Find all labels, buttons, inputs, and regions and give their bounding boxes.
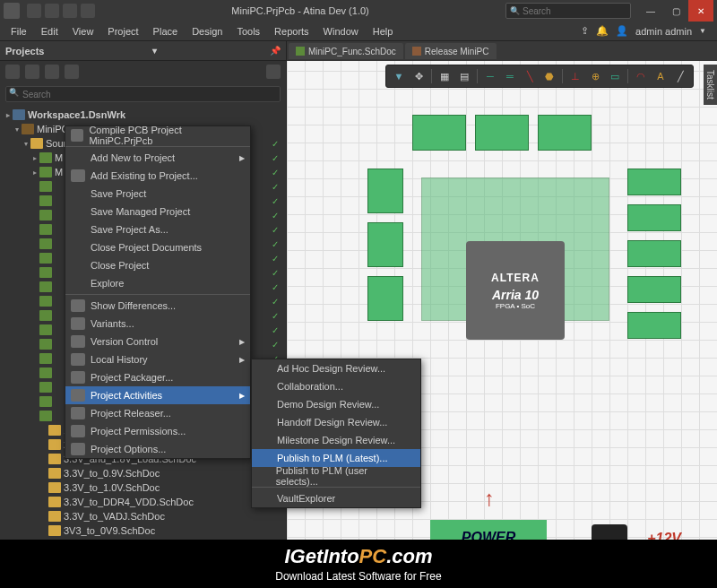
tree-file[interactable]: 3.3V_to_DDR4_VDD.SchDoc xyxy=(0,495,286,509)
menu-item-icon xyxy=(257,380,272,393)
doc-tab[interactable]: MiniPC_Func.SchDoc xyxy=(289,43,403,59)
context-menu-item[interactable]: Milestone Design Review... xyxy=(252,431,420,449)
schematic-icon xyxy=(296,47,305,56)
pin-icon[interactable]: 📌 xyxy=(270,46,281,56)
qat-save-icon[interactable] xyxy=(27,4,41,18)
maximize-button[interactable]: ▢ xyxy=(663,0,688,22)
context-menu-item[interactable]: Publish to PLM (Latest)... xyxy=(252,449,420,467)
menu-item-icon xyxy=(71,299,85,312)
context-menu-item[interactable]: Explore xyxy=(65,274,250,292)
context-menu-item[interactable]: Local History▶ xyxy=(65,350,250,368)
menu-view[interactable]: View xyxy=(65,24,101,39)
menu-window[interactable]: Window xyxy=(316,24,366,39)
context-menu-item[interactable]: VaultExplorer xyxy=(252,489,420,507)
menu-project[interactable]: Project xyxy=(100,24,145,39)
menu-item-icon xyxy=(71,353,85,366)
global-search[interactable]: 🔍 xyxy=(505,3,631,19)
menu-item-label: Close Project xyxy=(91,260,149,271)
doc-tab[interactable]: Release MiniPC xyxy=(405,43,497,59)
context-menu-item[interactable]: Variants... xyxy=(65,315,250,333)
context-menu-item[interactable]: Project Options... xyxy=(65,440,250,458)
user-label[interactable]: admin admin xyxy=(635,26,692,37)
context-menu-item[interactable]: Demo Design Review... xyxy=(252,395,420,413)
menu-item-label: Add Existing to Project... xyxy=(91,170,198,181)
context-menu-item[interactable]: Add New to Project▶ xyxy=(65,149,250,167)
projects-search-input[interactable] xyxy=(5,86,281,102)
align-icon[interactable]: ▤ xyxy=(455,67,473,85)
menu-item-icon xyxy=(71,151,85,164)
release-icon xyxy=(412,47,421,56)
grid-icon[interactable]: ▦ xyxy=(436,67,454,85)
menu-place[interactable]: Place xyxy=(146,24,186,39)
user-dropdown-icon[interactable]: ▼ xyxy=(699,27,706,35)
share-icon[interactable]: ⇪ xyxy=(581,25,589,37)
context-menu-item[interactable]: Version Control▶ xyxy=(65,333,250,350)
qat-print-icon[interactable] xyxy=(63,4,77,18)
qat-open-icon[interactable] xyxy=(45,4,59,18)
submenu-arrow-icon: ▶ xyxy=(239,154,245,162)
context-menu-item[interactable]: Save Project xyxy=(65,185,250,203)
context-menu-item[interactable]: Project Permissions... xyxy=(65,422,250,440)
menu-item-label: Project Activities xyxy=(91,390,162,401)
tb-settings-icon[interactable] xyxy=(65,65,79,79)
menu-item-label: Ad Hoc Design Review... xyxy=(277,363,385,374)
context-menu-item[interactable]: Close Project xyxy=(65,256,250,274)
context-menu-item[interactable]: Ad Hoc Design Review... xyxy=(252,359,420,377)
user-icon[interactable]: 👤 xyxy=(616,25,628,37)
menu-item-icon xyxy=(257,398,272,411)
context-menu-item[interactable]: Save Project As... xyxy=(65,220,250,238)
global-search-input[interactable] xyxy=(523,6,626,16)
qat-dropdown-icon[interactable] xyxy=(81,4,95,18)
context-menu-item[interactable]: Publish to PLM (user selects)... xyxy=(252,467,420,485)
context-menu-item[interactable]: Project Packager... xyxy=(65,368,250,386)
tasklist-tab[interactable]: Tasklist xyxy=(704,65,717,105)
tree-file[interactable]: 3.3V_to_0.9V.SchDoc xyxy=(0,466,286,480)
tb-options-icon[interactable] xyxy=(266,65,281,79)
select-icon[interactable]: ▼ xyxy=(390,67,408,85)
menu-design[interactable]: Design xyxy=(185,24,229,39)
port-icon[interactable]: ⬣ xyxy=(540,67,558,85)
move-icon[interactable]: ✥ xyxy=(410,67,428,85)
menu-help[interactable]: Help xyxy=(366,24,401,39)
arc-icon[interactable]: ◠ xyxy=(632,67,650,85)
tb-vault-icon[interactable] xyxy=(45,65,59,79)
part-icon[interactable]: ⊕ xyxy=(586,67,604,85)
net-icon[interactable]: ╲ xyxy=(521,67,539,85)
menu-item-icon xyxy=(71,205,85,218)
notification-icon[interactable]: 🔔 xyxy=(596,25,609,37)
context-menu-item[interactable]: Project Releaser... xyxy=(65,404,250,422)
menu-reports[interactable]: Reports xyxy=(267,24,316,39)
menu-tools[interactable]: Tools xyxy=(229,24,267,39)
context-menu-item[interactable]: Collaboration... xyxy=(252,377,420,395)
power-icon[interactable]: ⊥ xyxy=(566,67,584,85)
chevron-down-icon[interactable]: ▾ xyxy=(152,46,157,56)
line-icon[interactable]: ╱ xyxy=(671,67,689,85)
context-menu-item[interactable]: Project Activities▶ xyxy=(65,386,250,404)
bus-icon[interactable]: ═ xyxy=(501,67,519,85)
context-menu-item[interactable]: Compile PCB Project MiniPC.PrjPcb xyxy=(65,126,250,144)
wire-icon[interactable]: ─ xyxy=(481,67,499,85)
context-menu-item[interactable]: Show Differences... xyxy=(65,297,250,315)
tree-file[interactable]: 3V3_to_0V9.SchDoc xyxy=(0,523,286,538)
menu-file[interactable]: File xyxy=(4,24,34,39)
menu-item-icon xyxy=(71,187,85,200)
floating-toolbar[interactable]: ▼ ✥ ▦ ▤ ─ ═ ╲ ⬣ ⊥ ⊕ ▭ ◠ A ╱ xyxy=(385,65,694,88)
tree-file[interactable]: 3.3V_to_VADJ.SchDoc xyxy=(0,509,286,523)
tree-file[interactable]: 3.3V_to_1.0V.SchDoc xyxy=(0,480,286,495)
context-menu-item[interactable]: Add Existing to Project... xyxy=(65,167,250,185)
text-icon[interactable]: A xyxy=(652,67,669,85)
context-menu-item[interactable]: Handoff Design Review... xyxy=(252,413,420,431)
close-button[interactable]: ✕ xyxy=(688,0,713,22)
menu-item-icon xyxy=(257,492,272,505)
menu-item-icon xyxy=(71,389,85,402)
context-menu-item[interactable]: Close Project Documents xyxy=(65,238,250,256)
tree-workspace[interactable]: ▸Workspace1.DsnWrk xyxy=(0,108,286,122)
menu-edit[interactable]: Edit xyxy=(34,24,65,39)
sheet-icon[interactable]: ▭ xyxy=(606,67,624,85)
tb-refresh-icon[interactable] xyxy=(25,65,39,79)
menu-item-label: Project Options... xyxy=(91,444,166,454)
context-menu-item[interactable]: Save Managed Project xyxy=(65,203,250,220)
minimize-button[interactable]: — xyxy=(638,0,663,22)
tb-home-icon[interactable] xyxy=(5,65,20,79)
menu-item-label: Handoff Design Review... xyxy=(277,417,387,428)
